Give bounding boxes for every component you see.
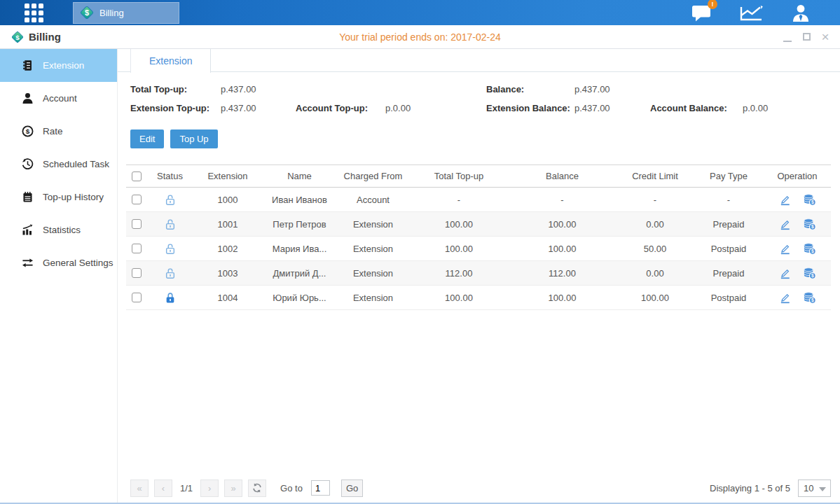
messages-icon[interactable]: ! — [691, 4, 712, 22]
balance-value: p.437.00 — [574, 84, 650, 94]
sidebar-item-rate[interactable]: $ Rate — [0, 115, 117, 148]
edit-row-icon[interactable] — [779, 218, 791, 230]
table-row: 1000 Иван Иванов Account - - - - $ — [126, 188, 831, 212]
account-balance-value: p.0.00 — [743, 103, 831, 113]
row-checkbox[interactable] — [132, 219, 142, 229]
column-header-status: Status — [147, 171, 193, 181]
svg-text:$: $ — [811, 248, 814, 254]
table-row: 1001 Петр Петров Extension 100.00 100.00… — [126, 212, 831, 237]
top-up-row-icon[interactable]: $ — [803, 193, 816, 206]
row-checkbox[interactable] — [132, 268, 142, 278]
minimize-button[interactable] — [783, 32, 792, 42]
top-up-button[interactable]: Top Up — [170, 130, 217, 148]
sidebar-item-account[interactable]: Account — [0, 82, 117, 115]
svg-text:$: $ — [811, 273, 814, 279]
row-checkbox[interactable] — [132, 195, 142, 204]
account-topup-label: Account Top-up: — [296, 103, 385, 113]
first-page-button[interactable]: « — [130, 479, 149, 497]
page-indicator: 1/1 — [180, 483, 193, 493]
pay-type: Prepaid — [694, 219, 764, 230]
edit-row-icon[interactable] — [779, 194, 791, 206]
pagination-bar: « ‹ 1/1 › » Go t — [126, 477, 831, 498]
close-button[interactable]: × — [820, 32, 830, 42]
next-page-button[interactable]: › — [200, 479, 219, 497]
arrows-exchange-icon — [22, 257, 34, 269]
row-checkbox[interactable] — [132, 244, 142, 253]
table-row: 1002 Мария Ива... Extension 100.00 100.0… — [126, 237, 831, 261]
total-topup: - — [410, 195, 508, 205]
sidebar-item-extension[interactable]: Extension — [0, 49, 117, 82]
lock-open-icon[interactable] — [165, 267, 176, 280]
sidebar-item-statistics[interactable]: Statistics — [0, 214, 117, 246]
balance: 100.00 — [508, 244, 617, 254]
column-header-balance: Balance — [508, 171, 617, 181]
apps-grid-icon[interactable] — [25, 4, 43, 22]
extension-number: 1002 — [193, 244, 263, 254]
last-page-button[interactable]: » — [224, 479, 242, 497]
displaying-status: Displaying 1 - 5 of 5 — [710, 483, 790, 493]
prev-page-button[interactable]: ‹ — [154, 479, 172, 497]
pay-type: Postpaid — [694, 244, 764, 254]
edit-row-icon[interactable] — [779, 267, 791, 279]
notification-badge: ! — [708, 0, 717, 9]
ledger-icon — [22, 59, 34, 71]
balance-label: Balance: — [486, 84, 574, 94]
pay-type: Prepaid — [694, 268, 764, 279]
page-size-value: 10 — [804, 483, 813, 493]
column-header-extension: Extension — [193, 171, 263, 181]
page-size-select[interactable]: 10 — [798, 479, 831, 497]
go-button[interactable]: Go — [341, 479, 363, 497]
column-header-operation: Operation — [764, 171, 831, 181]
credit-limit: 0.00 — [617, 219, 694, 230]
edit-row-icon[interactable] — [779, 292, 791, 304]
extension-table: Status Extension Name Charged From Total… — [126, 164, 831, 310]
sidebar-item-label: Top-up History — [43, 192, 104, 202]
column-header-charged-from: Charged From — [336, 171, 410, 181]
topbar-tab-billing[interactable]: $ Billing — [73, 2, 179, 24]
sidebar-item-label: Scheduled Task — [43, 159, 109, 169]
goto-page-input[interactable] — [311, 480, 330, 496]
svg-text:$: $ — [811, 298, 814, 303]
pay-type: - — [694, 195, 764, 205]
table-row: 1004 Юрий Юрь... Extension 100.00 100.00… — [126, 286, 831, 310]
billing-app-window: $ Billing ! — [0, 0, 840, 504]
top-up-row-icon[interactable]: $ — [803, 291, 816, 304]
total-topup: 112.00 — [410, 268, 508, 279]
dollar-circle-icon: $ — [22, 125, 34, 137]
edit-row-icon[interactable] — [779, 243, 791, 255]
lock-closed-icon[interactable] — [165, 291, 176, 304]
balance: 100.00 — [508, 219, 617, 230]
maximize-button[interactable] — [801, 32, 811, 42]
sidebar-item-scheduled-task[interactable]: Scheduled Task — [0, 148, 117, 181]
sidebar-item-label: Account — [43, 93, 77, 104]
account-balance-label: Account Balance: — [650, 103, 743, 113]
sidebar-item-general-settings[interactable]: General Settings — [0, 246, 117, 279]
resource-monitor-icon[interactable] — [740, 4, 763, 22]
top-up-row-icon[interactable]: $ — [803, 218, 816, 230]
top-bar: $ Billing ! — [0, 0, 840, 25]
extension-number: 1004 — [193, 293, 263, 303]
select-all-checkbox[interactable] — [132, 172, 142, 181]
sidebar-item-topup-history[interactable]: Top-up History — [0, 181, 117, 214]
lock-open-icon[interactable] — [165, 242, 176, 255]
top-up-row-icon[interactable]: $ — [803, 242, 816, 255]
total-topup: 100.00 — [410, 244, 508, 254]
tab-extension[interactable]: Extension — [130, 49, 211, 73]
table-body: 1000 Иван Иванов Account - - - - $ — [126, 188, 831, 310]
edit-button[interactable]: Edit — [130, 130, 164, 148]
sidebar-item-label: Extension — [43, 60, 84, 71]
user-account-icon[interactable] — [791, 4, 811, 22]
balance-summary: Total Top-up: p.437.00 Balance: p.437.00… — [130, 84, 831, 113]
svg-text:$: $ — [811, 200, 814, 205]
refresh-button[interactable] — [248, 479, 266, 497]
row-checkbox[interactable] — [132, 293, 142, 302]
top-up-row-icon[interactable]: $ — [803, 267, 816, 279]
extension-name: Мария Ива... — [263, 244, 336, 254]
chevron-down-icon — [819, 487, 826, 491]
page-title: Billing — [29, 31, 61, 43]
lock-open-icon[interactable] — [165, 193, 176, 206]
credit-limit: - — [617, 195, 694, 205]
svg-text:$: $ — [85, 8, 89, 17]
lock-open-icon[interactable] — [165, 218, 176, 231]
pay-type: Postpaid — [694, 293, 764, 303]
